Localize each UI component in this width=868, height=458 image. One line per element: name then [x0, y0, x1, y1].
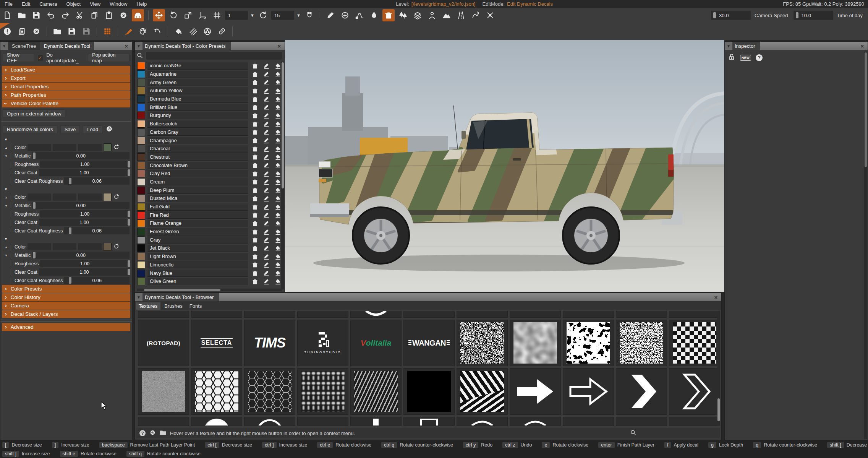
menu-window[interactable]: Window	[105, 1, 132, 7]
preset-swatch[interactable]	[137, 170, 145, 177]
draw-tool-icon[interactable]	[324, 9, 337, 21]
delete-preset-icon[interactable]	[250, 112, 259, 119]
rotate-tool-icon[interactable]	[167, 9, 180, 21]
cut-icon[interactable]	[74, 9, 86, 21]
show-cef-button[interactable]: Show CEF	[3, 54, 34, 62]
preset-name[interactable]: Forest Green	[147, 228, 248, 235]
texture-cell-partial[interactable]	[510, 417, 561, 426]
texture-cell-partial[interactable]	[457, 417, 508, 426]
menu-help[interactable]: Help	[132, 1, 151, 7]
preset-name[interactable]: Butterscotch	[147, 120, 248, 128]
delete-preset-icon[interactable]	[250, 71, 259, 78]
copy-icon[interactable]	[88, 9, 100, 21]
preset-name[interactable]: Chestnut	[147, 153, 248, 161]
preset-swatch[interactable]	[137, 244, 145, 252]
preset-swatch[interactable]	[137, 236, 145, 244]
texture-weave[interactable]	[297, 368, 348, 415]
preset-name[interactable]: Fire Red	[147, 211, 248, 219]
add-tool-icon[interactable]	[339, 9, 351, 21]
edit-preset-icon[interactable]	[262, 104, 271, 110]
undo-icon[interactable]	[45, 9, 57, 21]
texture-cell-partial[interactable]	[297, 311, 348, 318]
panel-menu-icon[interactable]: ▼	[135, 42, 143, 50]
delete-preset-icon[interactable]	[250, 129, 259, 135]
editor-settings-icon[interactable]	[30, 25, 42, 37]
randomize-colors-button[interactable]: Randomize all colors	[3, 125, 57, 134]
browser-tab-fonts[interactable]: Fonts	[186, 302, 205, 310]
preset-swatch[interactable]	[137, 112, 145, 119]
edit-preset-icon[interactable]	[262, 79, 271, 86]
spline-tool-icon[interactable]	[353, 9, 366, 21]
browser-tab-brushes[interactable]: Brushes	[161, 302, 186, 310]
color-swatch[interactable]	[103, 243, 112, 251]
clear-coat-roughness-slider[interactable]: 0.06	[64, 177, 130, 185]
preset-swatch[interactable]	[137, 137, 145, 145]
texture-cell-partial[interactable]	[350, 311, 402, 318]
preset-name[interactable]: Deep Plum	[147, 187, 248, 194]
red-value[interactable]	[28, 243, 51, 250]
delete-preset-icon[interactable]	[250, 253, 259, 260]
blue-value[interactable]	[78, 193, 102, 201]
blue-value[interactable]	[78, 144, 102, 151]
terrain-tool-icon[interactable]	[440, 9, 453, 21]
delete-preset-icon[interactable]	[250, 154, 259, 160]
folder-icon[interactable]	[160, 429, 166, 437]
edit-preset-icon[interactable]	[262, 270, 271, 276]
texture-hex-dark[interactable]	[191, 368, 242, 415]
edit-preset-icon[interactable]	[262, 220, 271, 227]
section-load-save[interactable]: ›Load/Save	[2, 66, 130, 74]
edit-preset-icon[interactable]	[262, 154, 271, 160]
paint-brush-icon[interactable]	[122, 25, 134, 37]
preset-swatch[interactable]	[137, 95, 145, 103]
preset-name[interactable]: Brilliant Blue	[147, 104, 248, 111]
texture-cell-partial[interactable]	[669, 417, 720, 426]
menu-view[interactable]: View	[85, 1, 105, 7]
panel-menu-icon[interactable]: ▼	[0, 42, 8, 50]
texture-chevron-outline[interactable]	[669, 368, 720, 415]
preset-name[interactable]: Chocolate Brown	[147, 162, 248, 169]
preset-name[interactable]: Limoncello	[147, 261, 248, 268]
delete-preset-icon[interactable]	[250, 79, 259, 86]
preset-swatch[interactable]	[137, 278, 145, 285]
edit-preset-icon[interactable]	[262, 96, 271, 102]
preset-name[interactable]: iconic oraNGe	[147, 62, 248, 70]
preset-swatch[interactable]	[137, 195, 145, 202]
road-tool-icon[interactable]	[455, 9, 467, 21]
texture-cell-partial[interactable]	[669, 311, 720, 318]
preset-swatch[interactable]	[137, 87, 145, 94]
time-of-day-value[interactable]: 10.0	[794, 11, 833, 20]
snap-size-dropdown[interactable]: ▼	[250, 13, 254, 18]
metallic-slider[interactable]: 0.00	[32, 202, 130, 209]
layers-tool-icon[interactable]	[411, 9, 424, 21]
curve-tool-icon[interactable]	[470, 9, 482, 21]
preset-name[interactable]: Army Green	[147, 79, 248, 86]
close-icon[interactable]: ×	[275, 42, 283, 50]
edit-preset-icon[interactable]	[262, 237, 271, 243]
texture-cell-partial[interactable]	[191, 311, 242, 318]
edit-preset-icon[interactable]	[262, 212, 271, 218]
texture-cell-partial[interactable]	[403, 417, 455, 426]
texture-cell-partial[interactable]	[457, 311, 508, 318]
delete-preset-icon[interactable]	[250, 204, 259, 210]
panel-menu-icon[interactable]: ▼	[135, 293, 143, 301]
close-icon[interactable]: ×	[123, 42, 130, 50]
delete-preset-icon[interactable]	[250, 162, 259, 169]
save-level-icon[interactable]	[30, 9, 42, 21]
edit-preset-icon[interactable]	[262, 253, 271, 260]
save-asset-icon[interactable]	[66, 25, 78, 37]
green-value[interactable]	[53, 243, 76, 250]
delete-preset-icon[interactable]	[250, 88, 259, 94]
inspector-scrollbar[interactable]	[864, 52, 867, 439]
edit-preset-icon[interactable]	[262, 229, 271, 235]
preset-name[interactable]: Olive Green	[147, 278, 248, 285]
preset-swatch[interactable]	[137, 104, 145, 111]
edit-preset-icon[interactable]	[262, 112, 271, 119]
reset-color-icon[interactable]	[113, 243, 120, 251]
preset-swatch[interactable]	[137, 270, 145, 277]
edit-preset-icon[interactable]	[262, 137, 271, 144]
preset-swatch[interactable]	[137, 128, 145, 136]
texture-arrow-solid[interactable]	[510, 368, 561, 415]
blue-value[interactable]	[78, 243, 102, 250]
preset-swatch[interactable]	[137, 178, 145, 186]
preset-name[interactable]: Bermuda Blue	[147, 96, 248, 103]
